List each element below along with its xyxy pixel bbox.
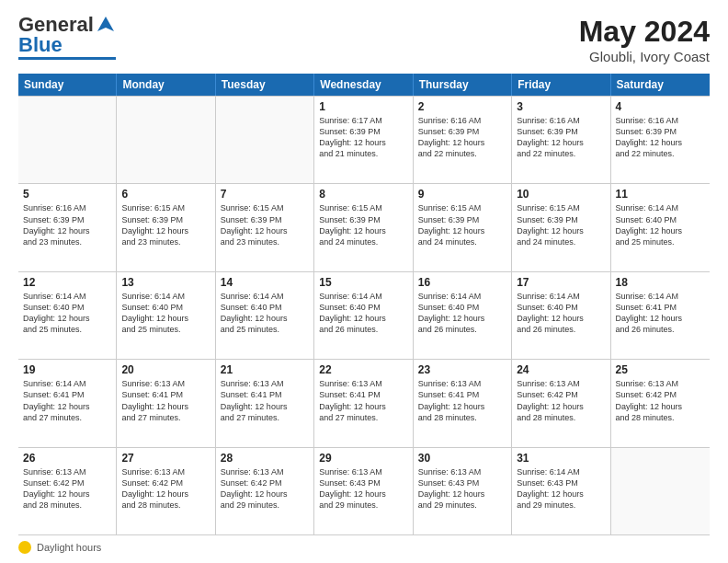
cell-info: Sunrise: 6:13 AM Sunset: 6:41 PM Dayligh…	[121, 378, 210, 423]
svg-marker-0	[97, 17, 114, 31]
calendar-cell	[18, 97, 117, 183]
calendar-row: 26Sunrise: 6:13 AM Sunset: 6:42 PM Dayli…	[18, 448, 710, 535]
day-number: 28	[221, 452, 309, 465]
day-number: 14	[221, 276, 309, 289]
day-number: 10	[517, 188, 605, 201]
logo-line	[18, 57, 116, 60]
cell-info: Sunrise: 6:14 AM Sunset: 6:40 PM Dayligh…	[23, 291, 111, 336]
sun-icon	[18, 541, 31, 554]
cell-info: Sunrise: 6:13 AM Sunset: 6:42 PM Dayligh…	[221, 466, 309, 511]
weekday-header: Monday	[117, 74, 215, 96]
day-number: 11	[616, 188, 705, 201]
day-number: 26	[23, 452, 111, 465]
day-number: 12	[23, 276, 111, 289]
calendar-cell: 7Sunrise: 6:15 AM Sunset: 6:39 PM Daylig…	[216, 184, 314, 270]
day-number: 1	[319, 100, 407, 113]
calendar-cell: 3Sunrise: 6:16 AM Sunset: 6:39 PM Daylig…	[512, 97, 610, 183]
calendar-cell: 11Sunrise: 6:14 AM Sunset: 6:40 PM Dayli…	[611, 184, 710, 270]
calendar-cell: 24Sunrise: 6:13 AM Sunset: 6:42 PM Dayli…	[512, 360, 610, 446]
cell-info: Sunrise: 6:14 AM Sunset: 6:40 PM Dayligh…	[319, 291, 407, 336]
cell-info: Sunrise: 6:13 AM Sunset: 6:42 PM Dayligh…	[23, 466, 111, 511]
weekday-header: Saturday	[611, 74, 710, 96]
day-number: 20	[121, 363, 210, 376]
day-number: 31	[517, 452, 605, 465]
weekday-header: Thursday	[414, 74, 512, 96]
day-number: 6	[121, 188, 210, 201]
cell-info: Sunrise: 6:15 AM Sunset: 6:39 PM Dayligh…	[221, 202, 309, 247]
day-number: 29	[319, 452, 407, 465]
calendar-cell: 5Sunrise: 6:16 AM Sunset: 6:39 PM Daylig…	[18, 184, 117, 270]
cell-info: Sunrise: 6:16 AM Sunset: 6:39 PM Dayligh…	[616, 115, 705, 160]
day-number: 3	[517, 100, 605, 113]
weekday-header: Sunday	[18, 74, 117, 96]
calendar-cell: 15Sunrise: 6:14 AM Sunset: 6:40 PM Dayli…	[314, 272, 413, 359]
logo-general: General	[18, 15, 94, 35]
cell-info: Sunrise: 6:16 AM Sunset: 6:39 PM Dayligh…	[418, 115, 506, 160]
calendar-cell: 19Sunrise: 6:14 AM Sunset: 6:41 PM Dayli…	[18, 360, 117, 446]
calendar-cell: 26Sunrise: 6:13 AM Sunset: 6:42 PM Dayli…	[18, 448, 117, 534]
calendar-row: 1Sunrise: 6:17 AM Sunset: 6:39 PM Daylig…	[18, 96, 710, 184]
cell-info: Sunrise: 6:13 AM Sunset: 6:42 PM Dayligh…	[616, 378, 705, 423]
page-location: Gloubli, Ivory Coast	[579, 49, 710, 64]
page-title: May 2024	[579, 15, 710, 49]
day-number: 4	[616, 100, 705, 113]
cell-info: Sunrise: 6:13 AM Sunset: 6:41 PM Dayligh…	[418, 378, 506, 423]
cell-info: Sunrise: 6:14 AM Sunset: 6:41 PM Dayligh…	[23, 378, 111, 423]
calendar-cell: 25Sunrise: 6:13 AM Sunset: 6:42 PM Dayli…	[611, 360, 710, 446]
cell-info: Sunrise: 6:15 AM Sunset: 6:39 PM Dayligh…	[121, 202, 210, 247]
day-number: 24	[517, 363, 605, 376]
calendar-cell: 10Sunrise: 6:15 AM Sunset: 6:39 PM Dayli…	[512, 184, 610, 270]
day-number: 2	[418, 100, 506, 113]
header: General Blue May 2024 Gloubli, Ivory Coa…	[18, 15, 710, 64]
day-number: 27	[121, 452, 210, 465]
cell-info: Sunrise: 6:14 AM Sunset: 6:40 PM Dayligh…	[121, 291, 210, 336]
calendar-body: 1Sunrise: 6:17 AM Sunset: 6:39 PM Daylig…	[18, 96, 710, 535]
logo-icon	[96, 15, 116, 35]
calendar: SundayMondayTuesdayWednesdayThursdayFrid…	[18, 74, 710, 535]
day-number: 25	[616, 363, 705, 376]
day-number: 7	[221, 188, 309, 201]
cell-info: Sunrise: 6:14 AM Sunset: 6:41 PM Dayligh…	[616, 291, 705, 336]
cell-info: Sunrise: 6:13 AM Sunset: 6:41 PM Dayligh…	[319, 378, 407, 423]
calendar-header: SundayMondayTuesdayWednesdayThursdayFrid…	[18, 74, 710, 96]
day-number: 8	[319, 188, 407, 201]
cell-info: Sunrise: 6:13 AM Sunset: 6:42 PM Dayligh…	[121, 466, 210, 511]
calendar-cell: 21Sunrise: 6:13 AM Sunset: 6:41 PM Dayli…	[216, 360, 314, 446]
cell-info: Sunrise: 6:14 AM Sunset: 6:43 PM Dayligh…	[517, 466, 605, 511]
calendar-cell	[216, 97, 314, 183]
calendar-row: 5Sunrise: 6:16 AM Sunset: 6:39 PM Daylig…	[18, 184, 710, 271]
weekday-header: Wednesday	[314, 74, 413, 96]
calendar-cell: 22Sunrise: 6:13 AM Sunset: 6:41 PM Dayli…	[314, 360, 413, 446]
calendar-cell	[611, 448, 710, 534]
cell-info: Sunrise: 6:13 AM Sunset: 6:43 PM Dayligh…	[418, 466, 506, 511]
cell-info: Sunrise: 6:14 AM Sunset: 6:40 PM Dayligh…	[517, 291, 605, 336]
logo: General Blue	[18, 15, 116, 60]
calendar-cell: 14Sunrise: 6:14 AM Sunset: 6:40 PM Dayli…	[216, 272, 314, 359]
cell-info: Sunrise: 6:14 AM Sunset: 6:40 PM Dayligh…	[418, 291, 506, 336]
footer-label: Daylight hours	[37, 542, 101, 553]
calendar-cell: 8Sunrise: 6:15 AM Sunset: 6:39 PM Daylig…	[314, 184, 413, 270]
cell-info: Sunrise: 6:14 AM Sunset: 6:40 PM Dayligh…	[616, 202, 705, 247]
weekday-header: Friday	[512, 74, 610, 96]
logo-blue: Blue	[18, 35, 63, 55]
cell-info: Sunrise: 6:15 AM Sunset: 6:39 PM Dayligh…	[319, 202, 407, 247]
cell-info: Sunrise: 6:13 AM Sunset: 6:42 PM Dayligh…	[517, 378, 605, 423]
cell-info: Sunrise: 6:15 AM Sunset: 6:39 PM Dayligh…	[418, 202, 506, 247]
day-number: 9	[418, 188, 506, 201]
calendar-cell: 30Sunrise: 6:13 AM Sunset: 6:43 PM Dayli…	[414, 448, 512, 534]
cell-info: Sunrise: 6:14 AM Sunset: 6:40 PM Dayligh…	[221, 291, 309, 336]
cell-info: Sunrise: 6:13 AM Sunset: 6:41 PM Dayligh…	[221, 378, 309, 423]
calendar-cell: 23Sunrise: 6:13 AM Sunset: 6:41 PM Dayli…	[414, 360, 512, 446]
cell-info: Sunrise: 6:17 AM Sunset: 6:39 PM Dayligh…	[319, 115, 407, 160]
calendar-cell: 12Sunrise: 6:14 AM Sunset: 6:40 PM Dayli…	[18, 272, 117, 359]
footer: Daylight hours	[18, 541, 710, 554]
page: General Blue May 2024 Gloubli, Ivory Coa…	[0, 0, 728, 563]
calendar-cell: 29Sunrise: 6:13 AM Sunset: 6:43 PM Dayli…	[314, 448, 413, 534]
day-number: 5	[23, 188, 111, 201]
calendar-cell: 18Sunrise: 6:14 AM Sunset: 6:41 PM Dayli…	[611, 272, 710, 359]
calendar-cell: 4Sunrise: 6:16 AM Sunset: 6:39 PM Daylig…	[611, 97, 710, 183]
calendar-row: 12Sunrise: 6:14 AM Sunset: 6:40 PM Dayli…	[18, 272, 710, 360]
cell-info: Sunrise: 6:15 AM Sunset: 6:39 PM Dayligh…	[517, 202, 605, 247]
day-number: 13	[121, 276, 210, 289]
title-block: May 2024 Gloubli, Ivory Coast	[579, 15, 710, 64]
